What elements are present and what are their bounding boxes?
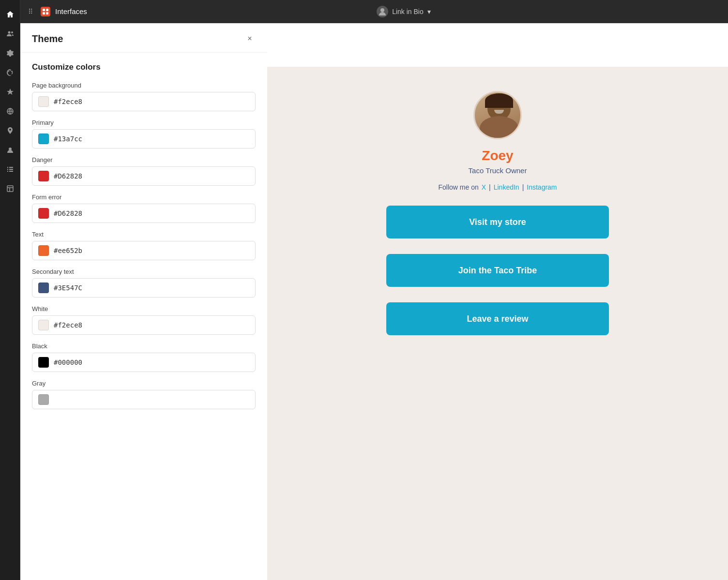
color-label-7: Black (32, 342, 256, 350)
svg-point-2 (8, 71, 9, 72)
outer-preview: Zoey Taco Truck Owner Follow me on X | L… (267, 23, 728, 580)
svg-rect-8 (9, 167, 13, 168)
nav-layout-icon[interactable] (1, 180, 19, 197)
color-input-row-3[interactable]: #D62828 (32, 204, 256, 223)
color-swatch-0 (38, 96, 49, 107)
social-links: Follow me on X | LinkedIn | Instagram (438, 183, 557, 191)
svg-point-1 (11, 31, 13, 33)
visit-store-button[interactable]: Visit my store (386, 206, 609, 238)
svg-rect-17 (46, 12, 48, 15)
theme-panel-header: Theme × (20, 23, 267, 53)
color-swatch-6 (38, 320, 49, 330)
social-link-x[interactable]: X (482, 183, 486, 191)
color-value-3: #D62828 (54, 209, 82, 217)
topbar: ⠿ Interfaces Link in Bio (20, 0, 728, 23)
topbar-left: ⠿ Interfaces (28, 7, 87, 16)
nav-people-icon[interactable] (1, 25, 19, 43)
user-avatar (377, 6, 388, 17)
color-value-6: #f2ece8 (54, 321, 82, 329)
avatar-hair (485, 93, 513, 108)
color-input-row-1[interactable]: #13a7cc (32, 129, 256, 149)
color-swatch-3 (38, 208, 49, 219)
color-value-4: #ee652b (54, 247, 82, 254)
svg-point-0 (8, 31, 10, 34)
color-fields: Page background#f2ece8Primary#13a7ccDang… (32, 82, 256, 409)
color-swatch-7 (38, 357, 49, 368)
leave-review-button[interactable]: Leave a review (386, 302, 609, 335)
link-in-bio-dropdown[interactable]: Link in Bio ▾ (377, 6, 431, 17)
color-label-0: Page background (32, 82, 256, 89)
svg-rect-15 (46, 9, 48, 11)
color-input-row-7[interactable]: #000000 (32, 353, 256, 372)
svg-point-18 (380, 8, 384, 12)
content-area: Theme × Customize colors Page background… (20, 23, 728, 580)
nav-palette-icon[interactable] (1, 64, 19, 81)
grid-icon[interactable]: ⠿ (28, 8, 33, 15)
dropdown-icon: ▾ (427, 8, 431, 15)
color-value-2: #D62828 (54, 172, 82, 180)
color-field-primary: Primary#13a7cc (32, 119, 256, 149)
svg-rect-14 (43, 9, 45, 11)
color-input-row-0[interactable]: #f2ece8 (32, 92, 256, 111)
app-title: Interfaces (55, 7, 87, 15)
svg-rect-11 (7, 171, 8, 172)
color-field-white: White#f2ece8 (32, 305, 256, 335)
topbar-center: Link in Bio ▾ (87, 6, 720, 17)
color-label-8: Gray (32, 380, 256, 387)
nav-globe-icon[interactable] (1, 103, 19, 120)
svg-point-4 (11, 71, 12, 72)
social-link-instagram[interactable]: Instagram (527, 183, 557, 191)
app-logo (41, 7, 50, 16)
nav-contacts-icon[interactable] (1, 141, 19, 159)
color-input-row-8[interactable] (32, 390, 256, 409)
color-value-1: #13a7cc (54, 135, 82, 143)
profile-name: Zoey (482, 148, 513, 164)
color-value-5: #3E547C (54, 284, 82, 292)
color-field-text: Text#ee652b (32, 231, 256, 260)
color-input-row-2[interactable]: #D62828 (32, 166, 256, 186)
nav-list-icon[interactable] (1, 161, 19, 178)
follow-text: Follow me on (438, 183, 478, 191)
social-link-linkedin[interactable]: LinkedIn (494, 183, 519, 191)
profile-avatar (473, 91, 522, 139)
svg-rect-13 (7, 186, 13, 192)
nav-location-icon[interactable] (1, 122, 19, 139)
color-swatch-1 (38, 134, 49, 144)
nav-settings-icon[interactable] (1, 45, 19, 62)
color-swatch-8 (38, 394, 49, 405)
main-area: ⠿ Interfaces Link in Bio (20, 0, 728, 580)
color-label-6: White (32, 305, 256, 312)
preview-body: Zoey Taco Truck Owner Follow me on X | L… (267, 67, 728, 580)
color-field-black: Black#000000 (32, 342, 256, 372)
color-swatch-4 (38, 245, 49, 256)
join-taco-tribe-button[interactable]: Join the Taco Tribe (386, 254, 609, 287)
customize-title: Customize colors (32, 62, 256, 72)
nav-rail (0, 0, 20, 580)
color-value-7: #000000 (54, 358, 82, 366)
color-swatch-5 (38, 283, 49, 293)
theme-panel-body: Customize colors Page background#f2ece8P… (20, 53, 267, 580)
color-swatch-2 (38, 171, 49, 181)
color-label-2: Danger (32, 156, 256, 164)
color-input-row-5[interactable]: #3E547C (32, 278, 256, 297)
social-sep-1: | (489, 183, 491, 191)
preview-top-bar (267, 23, 728, 67)
color-field-form-error: Form error#D62828 (32, 193, 256, 223)
profile-subtitle: Taco Truck Owner (469, 166, 527, 175)
color-input-row-6[interactable]: #f2ece8 (32, 315, 256, 335)
color-field-gray: Gray (32, 380, 256, 409)
svg-point-3 (10, 70, 11, 71)
close-button[interactable]: × (244, 33, 256, 45)
link-in-bio-label: Link in Bio (392, 8, 424, 15)
color-label-1: Primary (32, 119, 256, 126)
nav-home-icon[interactable] (1, 6, 19, 23)
svg-rect-9 (7, 169, 8, 170)
theme-panel: Theme × Customize colors Page background… (20, 23, 267, 580)
color-value-0: #f2ece8 (54, 98, 82, 105)
avatar-body (480, 116, 518, 139)
color-input-row-4[interactable]: #ee652b (32, 241, 256, 260)
color-label-3: Form error (32, 193, 256, 201)
nav-star-icon[interactable] (1, 83, 19, 101)
color-field-secondary-text: Secondary text#3E547C (32, 268, 256, 297)
svg-rect-12 (9, 171, 13, 172)
